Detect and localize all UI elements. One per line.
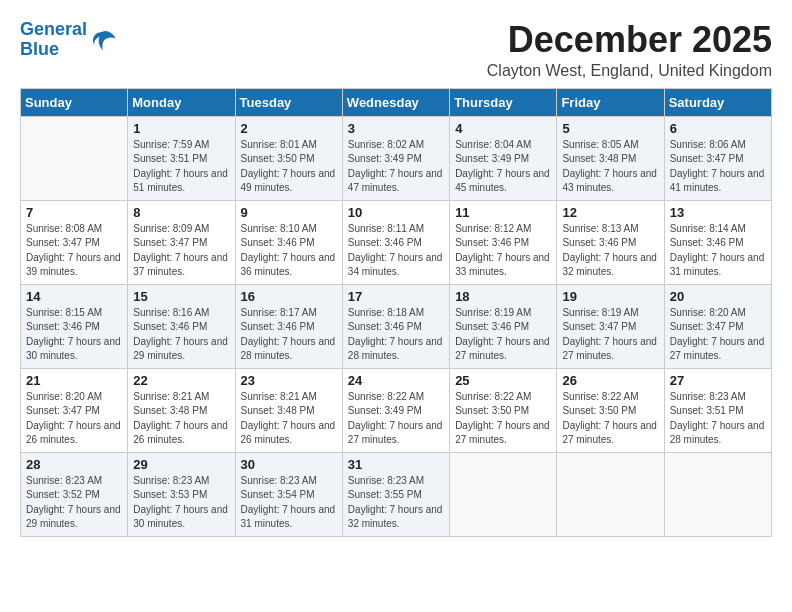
day-number: 22	[133, 373, 229, 388]
day-number: 5	[562, 121, 658, 136]
calendar-day-cell: 20Sunrise: 8:20 AMSunset: 3:47 PMDayligh…	[664, 284, 771, 368]
calendar-day-cell: 25Sunrise: 8:22 AMSunset: 3:50 PMDayligh…	[450, 368, 557, 452]
calendar-day-cell: 26Sunrise: 8:22 AMSunset: 3:50 PMDayligh…	[557, 368, 664, 452]
calendar-day-cell: 9Sunrise: 8:10 AMSunset: 3:46 PMDaylight…	[235, 200, 342, 284]
day-number: 26	[562, 373, 658, 388]
day-info: Sunrise: 8:17 AMSunset: 3:46 PMDaylight:…	[241, 306, 337, 364]
day-number: 17	[348, 289, 444, 304]
day-number: 20	[670, 289, 766, 304]
calendar-day-cell: 21Sunrise: 8:20 AMSunset: 3:47 PMDayligh…	[21, 368, 128, 452]
day-number: 13	[670, 205, 766, 220]
calendar-day-cell	[557, 452, 664, 536]
logo-blue: Blue	[20, 39, 59, 59]
day-info: Sunrise: 8:20 AMSunset: 3:47 PMDaylight:…	[670, 306, 766, 364]
logo-text: General Blue	[20, 20, 87, 60]
title-block: December 2025 Clayton West, England, Uni…	[487, 20, 772, 80]
day-info: Sunrise: 8:21 AMSunset: 3:48 PMDaylight:…	[133, 390, 229, 448]
calendar-day-cell: 6Sunrise: 8:06 AMSunset: 3:47 PMDaylight…	[664, 116, 771, 200]
day-number: 8	[133, 205, 229, 220]
day-info: Sunrise: 8:06 AMSunset: 3:47 PMDaylight:…	[670, 138, 766, 196]
day-number: 27	[670, 373, 766, 388]
weekday-header-row: SundayMondayTuesdayWednesdayThursdayFrid…	[21, 88, 772, 116]
day-info: Sunrise: 8:01 AMSunset: 3:50 PMDaylight:…	[241, 138, 337, 196]
day-number: 18	[455, 289, 551, 304]
weekday-header-friday: Friday	[557, 88, 664, 116]
day-number: 28	[26, 457, 122, 472]
day-info: Sunrise: 8:13 AMSunset: 3:46 PMDaylight:…	[562, 222, 658, 280]
calendar-day-cell: 4Sunrise: 8:04 AMSunset: 3:49 PMDaylight…	[450, 116, 557, 200]
calendar-day-cell: 13Sunrise: 8:14 AMSunset: 3:46 PMDayligh…	[664, 200, 771, 284]
calendar-day-cell	[450, 452, 557, 536]
day-info: Sunrise: 8:12 AMSunset: 3:46 PMDaylight:…	[455, 222, 551, 280]
day-number: 3	[348, 121, 444, 136]
calendar-day-cell: 23Sunrise: 8:21 AMSunset: 3:48 PMDayligh…	[235, 368, 342, 452]
day-number: 29	[133, 457, 229, 472]
day-info: Sunrise: 8:23 AMSunset: 3:53 PMDaylight:…	[133, 474, 229, 532]
calendar-day-cell: 31Sunrise: 8:23 AMSunset: 3:55 PMDayligh…	[342, 452, 449, 536]
calendar-day-cell: 8Sunrise: 8:09 AMSunset: 3:47 PMDaylight…	[128, 200, 235, 284]
calendar-day-cell: 5Sunrise: 8:05 AMSunset: 3:48 PMDaylight…	[557, 116, 664, 200]
day-number: 24	[348, 373, 444, 388]
day-info: Sunrise: 8:09 AMSunset: 3:47 PMDaylight:…	[133, 222, 229, 280]
calendar-day-cell: 16Sunrise: 8:17 AMSunset: 3:46 PMDayligh…	[235, 284, 342, 368]
calendar-day-cell: 2Sunrise: 8:01 AMSunset: 3:50 PMDaylight…	[235, 116, 342, 200]
day-info: Sunrise: 7:59 AMSunset: 3:51 PMDaylight:…	[133, 138, 229, 196]
day-number: 31	[348, 457, 444, 472]
day-info: Sunrise: 8:23 AMSunset: 3:54 PMDaylight:…	[241, 474, 337, 532]
day-info: Sunrise: 8:08 AMSunset: 3:47 PMDaylight:…	[26, 222, 122, 280]
day-number: 23	[241, 373, 337, 388]
calendar-day-cell: 27Sunrise: 8:23 AMSunset: 3:51 PMDayligh…	[664, 368, 771, 452]
weekday-header-sunday: Sunday	[21, 88, 128, 116]
day-info: Sunrise: 8:05 AMSunset: 3:48 PMDaylight:…	[562, 138, 658, 196]
day-info: Sunrise: 8:22 AMSunset: 3:50 PMDaylight:…	[562, 390, 658, 448]
day-info: Sunrise: 8:19 AMSunset: 3:47 PMDaylight:…	[562, 306, 658, 364]
day-info: Sunrise: 8:15 AMSunset: 3:46 PMDaylight:…	[26, 306, 122, 364]
day-info: Sunrise: 8:16 AMSunset: 3:46 PMDaylight:…	[133, 306, 229, 364]
calendar-day-cell: 29Sunrise: 8:23 AMSunset: 3:53 PMDayligh…	[128, 452, 235, 536]
calendar-day-cell: 30Sunrise: 8:23 AMSunset: 3:54 PMDayligh…	[235, 452, 342, 536]
day-number: 4	[455, 121, 551, 136]
day-number: 12	[562, 205, 658, 220]
day-info: Sunrise: 8:19 AMSunset: 3:46 PMDaylight:…	[455, 306, 551, 364]
day-number: 2	[241, 121, 337, 136]
day-info: Sunrise: 8:22 AMSunset: 3:49 PMDaylight:…	[348, 390, 444, 448]
day-number: 10	[348, 205, 444, 220]
logo: General Blue	[20, 20, 117, 60]
logo-bird-icon	[89, 26, 117, 54]
day-info: Sunrise: 8:23 AMSunset: 3:55 PMDaylight:…	[348, 474, 444, 532]
day-info: Sunrise: 8:10 AMSunset: 3:46 PMDaylight:…	[241, 222, 337, 280]
day-number: 9	[241, 205, 337, 220]
day-number: 19	[562, 289, 658, 304]
calendar-week-row: 7Sunrise: 8:08 AMSunset: 3:47 PMDaylight…	[21, 200, 772, 284]
weekday-header-saturday: Saturday	[664, 88, 771, 116]
calendar-day-cell: 24Sunrise: 8:22 AMSunset: 3:49 PMDayligh…	[342, 368, 449, 452]
calendar-day-cell: 1Sunrise: 7:59 AMSunset: 3:51 PMDaylight…	[128, 116, 235, 200]
day-number: 7	[26, 205, 122, 220]
day-number: 25	[455, 373, 551, 388]
calendar-day-cell: 17Sunrise: 8:18 AMSunset: 3:46 PMDayligh…	[342, 284, 449, 368]
calendar-table: SundayMondayTuesdayWednesdayThursdayFrid…	[20, 88, 772, 537]
calendar-day-cell: 19Sunrise: 8:19 AMSunset: 3:47 PMDayligh…	[557, 284, 664, 368]
weekday-header-tuesday: Tuesday	[235, 88, 342, 116]
day-number: 11	[455, 205, 551, 220]
location-title: Clayton West, England, United Kingdom	[487, 62, 772, 80]
calendar-day-cell: 7Sunrise: 8:08 AMSunset: 3:47 PMDaylight…	[21, 200, 128, 284]
calendar-day-cell: 10Sunrise: 8:11 AMSunset: 3:46 PMDayligh…	[342, 200, 449, 284]
calendar-week-row: 14Sunrise: 8:15 AMSunset: 3:46 PMDayligh…	[21, 284, 772, 368]
weekday-header-thursday: Thursday	[450, 88, 557, 116]
calendar-day-cell	[664, 452, 771, 536]
weekday-header-monday: Monday	[128, 88, 235, 116]
day-number: 30	[241, 457, 337, 472]
day-info: Sunrise: 8:14 AMSunset: 3:46 PMDaylight:…	[670, 222, 766, 280]
day-info: Sunrise: 8:02 AMSunset: 3:49 PMDaylight:…	[348, 138, 444, 196]
day-info: Sunrise: 8:23 AMSunset: 3:52 PMDaylight:…	[26, 474, 122, 532]
calendar-day-cell: 22Sunrise: 8:21 AMSunset: 3:48 PMDayligh…	[128, 368, 235, 452]
day-info: Sunrise: 8:22 AMSunset: 3:50 PMDaylight:…	[455, 390, 551, 448]
calendar-day-cell: 28Sunrise: 8:23 AMSunset: 3:52 PMDayligh…	[21, 452, 128, 536]
day-number: 1	[133, 121, 229, 136]
day-info: Sunrise: 8:20 AMSunset: 3:47 PMDaylight:…	[26, 390, 122, 448]
month-title: December 2025	[487, 20, 772, 60]
day-info: Sunrise: 8:23 AMSunset: 3:51 PMDaylight:…	[670, 390, 766, 448]
calendar-day-cell: 3Sunrise: 8:02 AMSunset: 3:49 PMDaylight…	[342, 116, 449, 200]
calendar-day-cell	[21, 116, 128, 200]
